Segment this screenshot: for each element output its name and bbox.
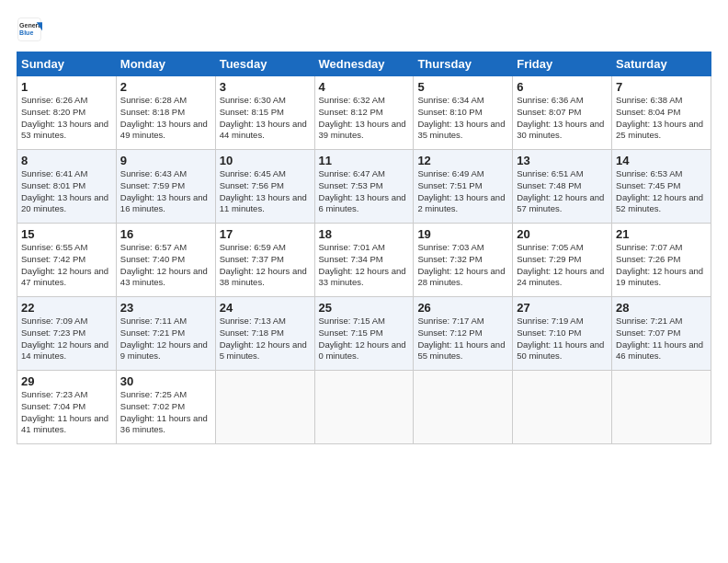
calendar-cell (612, 371, 711, 444)
calendar-cell: 17Sunrise: 6:59 AMSunset: 7:37 PMDayligh… (215, 224, 314, 297)
calendar-cell: 2Sunrise: 6:28 AMSunset: 8:18 PMDaylight… (116, 76, 215, 150)
calendar-cell: 18Sunrise: 7:01 AMSunset: 7:34 PMDayligh… (314, 224, 414, 297)
day-info: Sunrise: 6:45 AMSunset: 7:56 PMDaylight:… (220, 168, 307, 213)
day-info: Sunrise: 7:21 AMSunset: 7:07 PMDaylight:… (616, 316, 703, 361)
calendar-cell: 26Sunrise: 7:17 AMSunset: 7:12 PMDayligh… (414, 297, 513, 371)
day-info: Sunrise: 6:30 AMSunset: 8:15 PMDaylight:… (220, 95, 307, 140)
calendar-cell: 1Sunrise: 6:26 AMSunset: 8:20 PMDaylight… (17, 76, 117, 150)
day-number: 13 (517, 154, 608, 167)
weekday-header-friday: Friday (513, 52, 612, 76)
day-info: Sunrise: 6:55 AMSunset: 7:42 PMDaylight:… (21, 242, 108, 287)
day-info: Sunrise: 6:59 AMSunset: 7:37 PMDaylight:… (220, 242, 307, 287)
day-info: Sunrise: 7:01 AMSunset: 7:34 PMDaylight:… (319, 242, 406, 287)
calendar-cell: 19Sunrise: 7:03 AMSunset: 7:32 PMDayligh… (414, 224, 513, 297)
day-info: Sunrise: 7:23 AMSunset: 7:04 PMDaylight:… (21, 389, 108, 434)
day-number: 8 (21, 154, 112, 167)
day-number: 2 (120, 80, 211, 94)
day-number: 26 (417, 301, 508, 315)
calendar-cell: 13Sunrise: 6:51 AMSunset: 7:48 PMDayligh… (513, 150, 612, 224)
weekday-header-sunday: Sunday (17, 52, 117, 76)
day-info: Sunrise: 6:53 AMSunset: 7:45 PMDaylight:… (616, 168, 703, 213)
day-number: 30 (120, 374, 211, 388)
calendar-cell: 10Sunrise: 6:45 AMSunset: 7:56 PMDayligh… (215, 150, 314, 224)
calendar-cell: 16Sunrise: 6:57 AMSunset: 7:40 PMDayligh… (116, 224, 215, 297)
calendar-cell: 9Sunrise: 6:43 AMSunset: 7:59 PMDaylight… (116, 150, 215, 224)
day-info: Sunrise: 6:43 AMSunset: 7:59 PMDaylight:… (120, 168, 208, 213)
day-number: 19 (417, 227, 508, 241)
day-number: 12 (417, 154, 508, 167)
day-info: Sunrise: 6:32 AMSunset: 8:12 PMDaylight:… (319, 95, 406, 140)
calendar-cell (414, 371, 513, 444)
calendar-cell: 7Sunrise: 6:38 AMSunset: 8:04 PMDaylight… (612, 76, 711, 150)
calendar-cell: 4Sunrise: 6:32 AMSunset: 8:12 PMDaylight… (314, 76, 414, 150)
calendar-cell: 20Sunrise: 7:05 AMSunset: 7:29 PMDayligh… (513, 224, 612, 297)
day-number: 4 (319, 80, 410, 94)
calendar-cell (215, 371, 314, 444)
weekday-header-tuesday: Tuesday (215, 52, 314, 76)
calendar-cell (513, 371, 612, 444)
day-number: 27 (517, 301, 608, 315)
calendar-cell: 30Sunrise: 7:25 AMSunset: 7:02 PMDayligh… (116, 371, 215, 444)
day-info: Sunrise: 7:17 AMSunset: 7:12 PMDaylight:… (417, 316, 505, 361)
calendar-cell: 27Sunrise: 7:19 AMSunset: 7:10 PMDayligh… (513, 297, 612, 371)
day-number: 20 (517, 227, 608, 241)
day-number: 5 (417, 80, 508, 94)
day-number: 23 (120, 301, 211, 315)
day-info: Sunrise: 6:36 AMSunset: 8:07 PMDaylight:… (517, 95, 604, 140)
calendar-cell: 3Sunrise: 6:30 AMSunset: 8:15 PMDaylight… (215, 76, 314, 150)
calendar-cell: 12Sunrise: 6:49 AMSunset: 7:51 PMDayligh… (414, 150, 513, 224)
calendar-cell: 21Sunrise: 7:07 AMSunset: 7:26 PMDayligh… (612, 224, 711, 297)
calendar-table: SundayMondayTuesdayWednesdayThursdayFrid… (17, 52, 711, 444)
day-info: Sunrise: 7:25 AMSunset: 7:02 PMDaylight:… (120, 389, 208, 434)
day-info: Sunrise: 7:13 AMSunset: 7:18 PMDaylight:… (220, 316, 307, 361)
calendar-cell: 28Sunrise: 7:21 AMSunset: 7:07 PMDayligh… (612, 297, 711, 371)
day-number: 15 (21, 227, 112, 241)
day-info: Sunrise: 6:26 AMSunset: 8:20 PMDaylight:… (21, 95, 108, 140)
day-number: 25 (319, 301, 410, 315)
day-number: 11 (319, 154, 410, 167)
day-info: Sunrise: 6:51 AMSunset: 7:48 PMDaylight:… (517, 168, 604, 213)
day-number: 18 (319, 227, 410, 241)
day-info: Sunrise: 7:15 AMSunset: 7:15 PMDaylight:… (319, 316, 406, 361)
calendar-cell: 6Sunrise: 6:36 AMSunset: 8:07 PMDaylight… (513, 76, 612, 150)
calendar-cell: 14Sunrise: 6:53 AMSunset: 7:45 PMDayligh… (612, 150, 711, 224)
calendar-cell: 15Sunrise: 6:55 AMSunset: 7:42 PMDayligh… (17, 224, 117, 297)
weekday-header-wednesday: Wednesday (314, 52, 414, 76)
logo: General Blue (17, 17, 46, 42)
day-info: Sunrise: 6:28 AMSunset: 8:18 PMDaylight:… (120, 95, 208, 140)
calendar-cell: 25Sunrise: 7:15 AMSunset: 7:15 PMDayligh… (314, 297, 414, 371)
day-info: Sunrise: 7:09 AMSunset: 7:23 PMDaylight:… (21, 316, 108, 361)
day-number: 22 (21, 301, 112, 315)
day-number: 1 (21, 80, 112, 94)
day-info: Sunrise: 7:07 AMSunset: 7:26 PMDaylight:… (616, 242, 703, 287)
day-info: Sunrise: 7:05 AMSunset: 7:29 PMDaylight:… (517, 242, 604, 287)
day-info: Sunrise: 6:34 AMSunset: 8:10 PMDaylight:… (417, 95, 505, 140)
day-info: Sunrise: 6:47 AMSunset: 7:53 PMDaylight:… (319, 168, 406, 213)
day-info: Sunrise: 7:03 AMSunset: 7:32 PMDaylight:… (417, 242, 505, 287)
day-number: 10 (220, 154, 311, 167)
day-number: 21 (616, 227, 707, 241)
day-number: 9 (120, 154, 211, 167)
calendar-cell: 11Sunrise: 6:47 AMSunset: 7:53 PMDayligh… (314, 150, 414, 224)
day-number: 24 (220, 301, 311, 315)
day-number: 14 (616, 154, 707, 167)
calendar-cell: 22Sunrise: 7:09 AMSunset: 7:23 PMDayligh… (17, 297, 117, 371)
weekday-header-thursday: Thursday (414, 52, 513, 76)
calendar-cell (314, 371, 414, 444)
day-info: Sunrise: 6:57 AMSunset: 7:40 PMDaylight:… (120, 242, 208, 287)
day-number: 7 (616, 80, 707, 94)
day-number: 29 (21, 374, 112, 388)
day-info: Sunrise: 7:11 AMSunset: 7:21 PMDaylight:… (120, 316, 208, 361)
day-number: 16 (120, 227, 211, 241)
day-info: Sunrise: 6:38 AMSunset: 8:04 PMDaylight:… (616, 95, 703, 140)
day-number: 3 (220, 80, 311, 94)
day-number: 6 (517, 80, 608, 94)
day-info: Sunrise: 6:49 AMSunset: 7:51 PMDaylight:… (417, 168, 505, 213)
day-number: 17 (220, 227, 311, 241)
svg-text:Blue: Blue (19, 29, 33, 36)
calendar-cell: 5Sunrise: 6:34 AMSunset: 8:10 PMDaylight… (414, 76, 513, 150)
calendar-cell: 8Sunrise: 6:41 AMSunset: 8:01 PMDaylight… (17, 150, 117, 224)
weekday-header-saturday: Saturday (612, 52, 711, 76)
day-info: Sunrise: 7:19 AMSunset: 7:10 PMDaylight:… (517, 316, 604, 361)
calendar-cell: 29Sunrise: 7:23 AMSunset: 7:04 PMDayligh… (17, 371, 117, 444)
